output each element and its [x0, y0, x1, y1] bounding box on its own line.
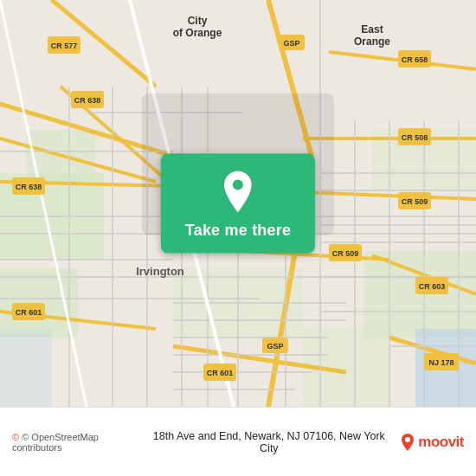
footer-bar: © © OpenStreetMap contributors 18th Ave … — [0, 407, 476, 476]
svg-text:CR 509: CR 509 — [332, 249, 359, 258]
take-me-there-label: Take me there — [185, 222, 291, 240]
moovit-logo: moovit — [400, 433, 464, 452]
svg-text:CR 638: CR 638 — [16, 183, 42, 191]
svg-text:City: City — [188, 15, 208, 27]
svg-text:CR 508: CR 508 — [402, 133, 428, 142]
svg-text:CR 658: CR 658 — [402, 55, 428, 64]
moovit-pin-icon — [400, 433, 415, 452]
svg-text:CR 577: CR 577 — [51, 42, 78, 50]
map-container: CR 577 CR 638 CR 638 CR 658 CR 508 CR 50… — [0, 0, 476, 407]
svg-text:Orange: Orange — [354, 35, 390, 48]
svg-text:NJ 178: NJ 178 — [428, 358, 453, 367]
svg-text:CR 638: CR 638 — [74, 96, 101, 105]
svg-text:of Orange: of Orange — [173, 27, 222, 39]
svg-text:GSP: GSP — [267, 342, 283, 351]
map-credit: © © OpenStreetMap contributors — [12, 432, 138, 453]
svg-rect-9 — [0, 329, 52, 407]
svg-text:CR 601: CR 601 — [16, 308, 42, 317]
take-me-there-button[interactable]: Take me there — [161, 154, 315, 254]
svg-text:CR 603: CR 603 — [419, 282, 446, 291]
svg-text:GSP: GSP — [283, 39, 299, 48]
svg-text:East: East — [361, 23, 383, 35]
svg-text:CR 601: CR 601 — [207, 369, 234, 377]
svg-point-91 — [233, 180, 243, 190]
svg-text:CR 509: CR 509 — [402, 197, 428, 206]
svg-text:Irvington: Irvington — [136, 265, 184, 278]
address-label: 18th Ave and End, Newark, NJ 07106, New … — [143, 430, 395, 454]
moovit-text: moovit — [418, 434, 464, 451]
svg-point-92 — [405, 437, 410, 442]
location-pin-icon — [219, 170, 257, 215]
